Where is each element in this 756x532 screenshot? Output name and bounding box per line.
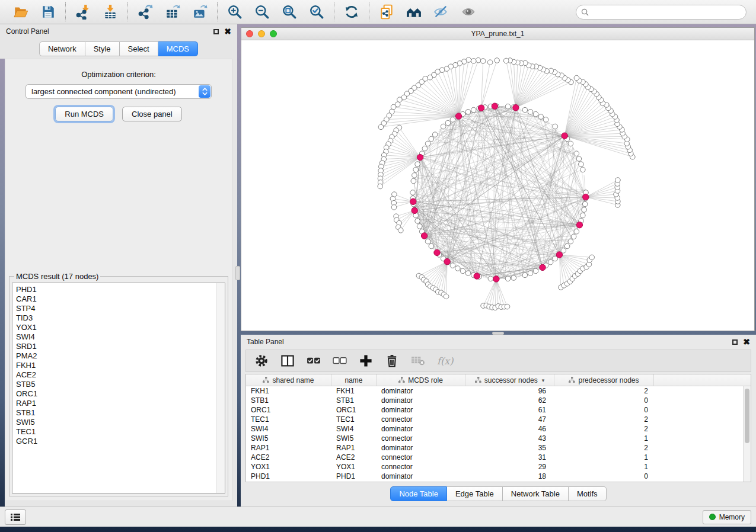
import-network-icon[interactable] <box>74 3 92 21</box>
mcds-result-item[interactable]: CAR1 <box>16 294 216 304</box>
network-node[interactable] <box>589 255 595 260</box>
table-row[interactable]: STB1STB1dominator620 <box>246 396 743 405</box>
criterion-select[interactable]: largest connected component (undirected) <box>25 84 212 99</box>
mcds-result-item[interactable]: RAP1 <box>16 399 216 408</box>
table-tab-edge-table[interactable]: Edge Table <box>447 486 503 501</box>
mcds-hub-node[interactable] <box>421 233 427 239</box>
network-node[interactable] <box>574 75 579 81</box>
mcds-result-item[interactable]: PHD1 <box>16 285 216 294</box>
network-node[interactable] <box>571 234 576 239</box>
network-node[interactable] <box>428 75 433 80</box>
result-list-scrollbar[interactable] <box>216 283 225 493</box>
table-settings-gear-icon[interactable] <box>254 354 269 368</box>
network-node[interactable] <box>410 190 416 196</box>
mcds-hub-node[interactable] <box>455 113 461 119</box>
network-node[interactable] <box>391 104 396 110</box>
zoom-out-icon[interactable] <box>253 3 271 21</box>
network-node[interactable] <box>378 184 383 189</box>
network-node[interactable] <box>444 294 449 299</box>
network-node[interactable] <box>425 239 430 244</box>
export-image-icon[interactable] <box>191 3 209 21</box>
network-node[interactable] <box>412 173 417 178</box>
network-node[interactable] <box>505 276 511 281</box>
mcds-hub-node[interactable] <box>478 105 484 111</box>
network-node[interactable] <box>580 213 586 218</box>
memory-status-button[interactable]: Memory <box>703 510 751 524</box>
network-node[interactable] <box>429 136 434 142</box>
tab-style[interactable]: Style <box>85 41 120 56</box>
network-node[interactable] <box>465 271 471 276</box>
zoom-fit-icon[interactable] <box>280 3 298 21</box>
network-node[interactable] <box>543 117 548 123</box>
import-table-icon[interactable] <box>101 3 119 21</box>
refresh-icon[interactable] <box>343 3 361 21</box>
mcds-result-item[interactable]: PMA2 <box>16 351 216 361</box>
clone-network-icon[interactable] <box>378 3 395 21</box>
mcds-result-item[interactable]: SRD1 <box>16 342 216 351</box>
select-all-columns-icon[interactable] <box>307 354 321 368</box>
network-node[interactable] <box>505 304 510 309</box>
network-node[interactable] <box>417 224 422 229</box>
network-node[interactable] <box>580 167 586 172</box>
export-table-icon[interactable] <box>164 3 181 21</box>
close-table-panel-icon[interactable]: ✖ <box>743 339 750 345</box>
float-panel-icon[interactable] <box>213 29 219 34</box>
mcds-hub-node[interactable] <box>556 252 562 258</box>
table-tab-node-table[interactable]: Node Table <box>390 486 447 501</box>
table-row[interactable]: YOX1YOX1connector291 <box>246 462 743 472</box>
network-node[interactable] <box>476 57 481 63</box>
table-vertical-scrollbar[interactable] <box>743 386 751 482</box>
float-table-panel-icon[interactable] <box>732 339 738 345</box>
network-node[interactable] <box>413 167 419 172</box>
network-node[interactable] <box>425 141 430 146</box>
mcds-hub-node[interactable] <box>562 133 567 139</box>
first-neighbors-icon[interactable] <box>405 3 423 21</box>
network-node[interactable] <box>574 229 579 235</box>
network-node[interactable] <box>398 228 404 233</box>
mcds-hub-node[interactable] <box>434 249 440 255</box>
mcds-result-item[interactable]: SWI5 <box>16 418 216 427</box>
mcds-result-item[interactable]: TID3 <box>16 313 216 323</box>
network-node[interactable] <box>528 271 533 276</box>
network-node[interactable] <box>445 120 451 126</box>
network-node[interactable] <box>522 107 528 113</box>
network-node[interactable] <box>553 124 558 129</box>
mcds-result-item[interactable]: FKH1 <box>16 361 216 370</box>
network-node[interactable] <box>528 110 533 115</box>
network-node[interactable] <box>579 162 584 167</box>
network-node[interactable] <box>548 259 553 265</box>
network-node[interactable] <box>538 114 544 120</box>
zoom-in-icon[interactable] <box>226 3 244 21</box>
network-node[interactable] <box>495 58 500 63</box>
column-view-icon[interactable] <box>280 354 295 368</box>
mcds-hub-node[interactable] <box>444 258 450 264</box>
mcds-hub-node[interactable] <box>540 264 546 270</box>
table-row[interactable]: ORC1ORC1dominator610 <box>246 405 743 415</box>
close-panel-icon[interactable]: ✖ <box>224 28 231 34</box>
mcds-result-item[interactable]: ORC1 <box>16 389 216 399</box>
mcds-hub-node[interactable] <box>417 154 423 160</box>
tab-mcds[interactable]: MCDS <box>158 41 198 56</box>
table-row[interactable]: SWI5SWI5connector431 <box>246 434 743 443</box>
mcds-hub-node[interactable] <box>583 194 589 200</box>
network-node[interactable] <box>450 263 455 268</box>
mcds-hub-node[interactable] <box>474 273 480 279</box>
open-session-icon[interactable] <box>12 3 30 21</box>
vertical-splitter-handle[interactable] <box>235 266 240 280</box>
mcds-result-item[interactable]: SWI4 <box>16 332 216 342</box>
mcds-hub-node[interactable] <box>412 207 417 213</box>
network-node[interactable] <box>533 111 538 117</box>
network-node[interactable] <box>471 59 477 64</box>
network-node[interactable] <box>411 178 416 184</box>
column-header-MCDS-role[interactable]: MCDS role <box>377 374 465 386</box>
network-node[interactable] <box>441 124 446 129</box>
network-node[interactable] <box>450 117 455 123</box>
task-history-button[interactable] <box>5 509 26 525</box>
network-node[interactable] <box>460 268 465 274</box>
network-node[interactable] <box>488 276 493 281</box>
zoom-selected-icon[interactable] <box>308 3 326 21</box>
table-row[interactable]: TEC1TEC1connector472 <box>246 415 743 424</box>
table-tab-network-table[interactable]: Network Table <box>503 486 569 501</box>
network-node[interactable] <box>415 219 420 224</box>
network-node[interactable] <box>471 107 476 113</box>
